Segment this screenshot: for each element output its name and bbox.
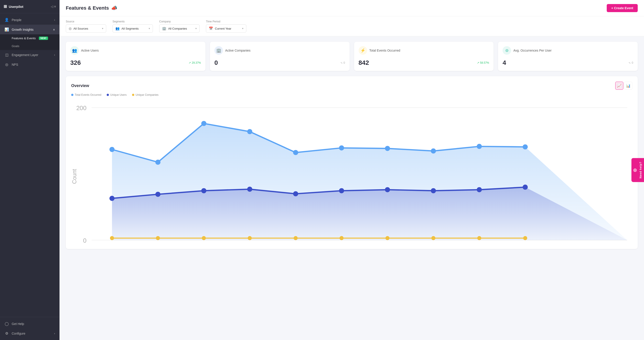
legend-total-events: Total Events Occurred <box>71 93 101 96</box>
time-period-filter-select[interactable]: 📅 Current Year ▾ <box>206 24 246 32</box>
sidebar-item-configure-label: Configure <box>12 332 25 335</box>
avg-occurrences-label: Avg. Occurrences Per User <box>513 49 552 52</box>
dot-unique-users-sep <box>477 187 482 192</box>
active-users-value: 326 <box>70 59 81 66</box>
new-badge: NEW! <box>39 36 48 40</box>
sidebar-item-nps[interactable]: ◎ NPS <box>0 60 60 69</box>
stat-card-active-users-header: 👥 Active Users <box>70 46 201 55</box>
y-label-0: 0 <box>83 237 86 243</box>
avg-occurrences-footer: 4 ∿ 0 <box>502 59 633 66</box>
segments-filter-select[interactable]: 👥 All Segments ▾ <box>112 24 153 32</box>
segments-select-value: All Segments <box>122 27 139 30</box>
avg-occurrences-value: 4 <box>502 59 506 66</box>
stat-card-active-companies: 🏢 Active Companies 0 ∿ 0 <box>210 42 350 71</box>
legend-dot-total-events <box>71 94 74 96</box>
people-icon: 👤 <box>4 18 9 22</box>
stat-card-active-users: 👥 Active Users 326 ↗ 29.37% <box>66 42 206 71</box>
dot-total-events-jan <box>109 147 114 152</box>
company-select-value: All Companies <box>168 27 187 30</box>
dot-total-events-jun <box>339 145 344 151</box>
line-chart-button[interactable]: 📈 <box>615 82 623 90</box>
sidebar-item-features-events[interactable]: Features & Events NEW! <box>0 34 60 42</box>
legend-total-events-label: Total Events Occurred <box>75 93 101 96</box>
nps-icon: ◎ <box>4 62 9 67</box>
dot-unique-companies-jul <box>385 236 389 240</box>
stats-row: 👥 Active Users 326 ↗ 29.37% 🏢 Active Com… <box>66 42 638 71</box>
avg-occurrences-change-icon: ∿ <box>628 61 631 64</box>
sidebar-collapse-button[interactable]: ◁ ≡ <box>51 5 56 8</box>
segments-chevron-down-icon: ▾ <box>149 27 150 30</box>
dot-total-events-feb <box>156 160 160 165</box>
stat-card-avg-occurrences-header: ⊜ Avg. Occurrences Per User <box>502 46 633 55</box>
help-button-label: Need help? <box>639 162 642 178</box>
chevron-right-icon: › <box>54 18 55 21</box>
dot-unique-users-jun <box>339 188 344 193</box>
dot-unique-companies-feb <box>156 236 160 240</box>
dot-unique-companies-apr <box>248 236 252 240</box>
sidebar: ⊞ Userpilot ◁ ≡ 👤 People › 📊 Growth Insi… <box>0 0 60 340</box>
company-filter-select[interactable]: 🏢 All Companies ▾ <box>159 24 200 32</box>
active-users-change-value: 29.37% <box>192 61 201 64</box>
company-select-icon: 🏢 <box>162 26 166 30</box>
avg-occurrences-change: ∿ 0 <box>628 61 633 64</box>
dot-total-events-aug <box>431 149 436 154</box>
configure-icon: ⚙ <box>4 331 9 336</box>
stat-card-total-events-header: ⚡ Total Events Occurred <box>358 46 489 55</box>
segments-filter-label: Segments <box>112 20 153 23</box>
active-users-change-icon: ↗ <box>188 61 191 64</box>
dot-unique-users-oct <box>523 184 528 190</box>
sidebar-bottom: ◯ Get Help ⚙ Configure › <box>0 317 60 340</box>
chart-legend: Total Events Occurred Unique Users Uniqu… <box>71 93 632 96</box>
total-events-footer: 842 ↗ 58.57% <box>358 59 489 66</box>
total-events-change-icon: ↗ <box>477 61 479 64</box>
growth-insights-submenu: Features & Events NEW! Goals <box>0 34 60 50</box>
help-icon: ◯ <box>4 322 9 326</box>
active-companies-value: 0 <box>214 59 218 66</box>
y-axis-label: Count <box>71 169 78 184</box>
sidebar-item-configure[interactable]: ⚙ Configure › <box>0 329 60 338</box>
sidebar-item-growth-insights[interactable]: 📊 Growth Insights ∧ <box>0 25 60 34</box>
time-period-select-icon: 📅 <box>209 26 213 30</box>
filters-bar: Source ◎ All Sources ▾ Segments 👥 All Se… <box>60 16 644 36</box>
total-events-icon: ⚡ <box>358 46 367 55</box>
company-filter-group: Company 🏢 All Companies ▾ <box>159 20 200 32</box>
bar-chart-button[interactable]: 📊 <box>624 82 632 90</box>
goals-label: Goals <box>12 44 19 48</box>
sidebar-header: ⊞ Userpilot ◁ ≡ <box>0 0 60 13</box>
active-users-label: Active Users <box>81 49 99 52</box>
stat-card-total-events: ⚡ Total Events Occurred 842 ↗ 58.57% <box>354 42 494 71</box>
sidebar-item-engagement-layer[interactable]: ◫ Engagement Layer › <box>0 50 60 60</box>
segments-filter-group: Segments 👥 All Segments ▾ <box>112 20 153 32</box>
total-events-change-value: 58.57% <box>480 61 489 64</box>
dot-unique-users-jul <box>385 187 390 192</box>
logo-icon: ⊞ <box>4 4 7 9</box>
sidebar-item-get-help[interactable]: ◯ Get Help <box>0 319 60 329</box>
avg-occurrences-change-value: 0 <box>632 61 633 64</box>
dot-total-events-may <box>293 150 298 155</box>
overview-title: Overview <box>71 83 89 88</box>
time-period-filter-group: Time Period 📅 Current Year ▾ <box>206 20 246 32</box>
page-title-area: Features & Events 📣 <box>66 5 117 11</box>
legend-dot-unique-companies <box>132 94 134 96</box>
overview-header: Overview 📈 📊 <box>71 82 632 90</box>
active-companies-change: ∿ 0 <box>340 61 345 64</box>
active-companies-footer: 0 ∿ 0 <box>214 59 345 66</box>
growth-insights-icon: 📊 <box>4 27 9 32</box>
dot-unique-companies-mar <box>202 236 206 240</box>
page-title-icon: 📣 <box>111 5 117 11</box>
create-event-button[interactable]: + Create Event <box>607 4 638 12</box>
sidebar-item-goals[interactable]: Goals <box>0 42 60 50</box>
sidebar-item-growth-insights-label: Growth Insights <box>12 28 34 31</box>
source-filter-select[interactable]: ◎ All Sources ▾ <box>66 24 106 32</box>
sidebar-item-people[interactable]: 👤 People › <box>0 15 60 25</box>
help-button[interactable]: Need help? ◎ <box>632 158 644 182</box>
active-users-icon: 👥 <box>70 46 79 55</box>
dot-unique-users-jan <box>109 196 114 201</box>
source-select-icon: ◎ <box>69 26 72 30</box>
page-title: Features & Events <box>66 5 109 11</box>
engagement-icon: ◫ <box>4 53 9 57</box>
y-label-200: 200 <box>76 105 86 112</box>
dot-unique-companies-may <box>294 236 298 240</box>
dot-unique-users-mar <box>201 188 206 193</box>
chart-container: 200 0 Count <box>71 100 632 244</box>
